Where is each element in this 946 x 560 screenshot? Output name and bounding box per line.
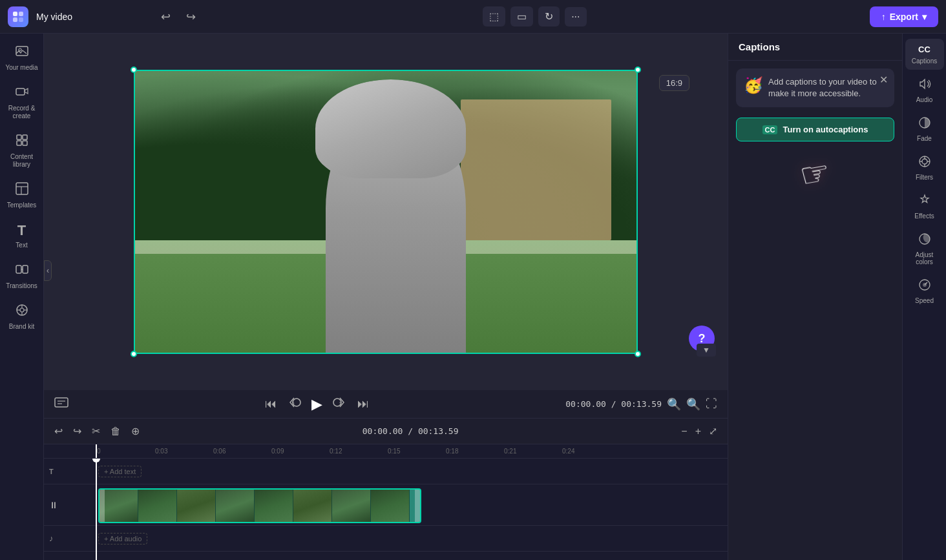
text-track-content: + Add text [96,459,728,484]
skip-forward-button[interactable]: ⏭ [357,397,369,411]
crop-icon: ⬚ [489,10,499,23]
center-area: ‹ [44,34,728,560]
sidebar-item-record-create[interactable]: Record &create [3,79,41,125]
audio-track-row: ♪ + Add audio [44,526,728,552]
right-sidebar-item-fade[interactable]: Fade [905,111,944,147]
sidebar-item-your-media[interactable]: Your media [3,39,41,77]
play-button[interactable]: ▶ [311,396,322,413]
svg-rect-22 [55,398,68,407]
more-options-button[interactable]: ··· [565,7,586,26]
sidebar-item-text[interactable]: T Text [3,217,41,254]
video-preview[interactable]: 16:9 [134,70,638,354]
corner-handle-bl[interactable] [131,351,137,357]
aspect-ratio-button[interactable]: ▭ [510,6,533,26]
timeline-undo-button[interactable]: ↩ [52,422,65,440]
timeline-redo-button[interactable]: ↪ [70,422,84,440]
clip-thumbnails [100,490,410,522]
timeline-ruler: 0 0:03 0:06 0:09 0:12 0:15 0:18 0:21 0:2… [44,444,728,459]
sidebar-item-brand-kit[interactable]: Brand kit [3,298,41,336]
fade-sidebar-label: Fade [917,135,932,142]
scene-person-hijab [315,79,466,178]
caption-overlay-button[interactable] [54,397,68,411]
video-track-content[interactable] [96,484,728,525]
rewind-5s-button[interactable]: 5 [287,395,301,413]
clip-thumb-8 [371,490,410,522]
add-audio-button[interactable]: + Add audio [98,533,147,544]
captions-tooltip-card: ✕ 🥳 Add captions to your video to make i… [736,68,894,107]
timeline-delete-button[interactable]: 🗑 [108,423,123,440]
ruler-mark-18: 0:18 [445,448,503,455]
ruler-marks: 0 0:03 0:06 0:09 0:12 0:15 0:18 0:21 0:2… [96,448,619,455]
timeline-cut-button[interactable]: ✂ [89,422,103,440]
cursor-hand-icon: ☞ [797,152,834,196]
right-sidebar-item-adjust-colors[interactable]: Adjustcolors [905,227,944,271]
top-bar-right: ↑ Export ▾ [870,6,938,27]
add-text-button[interactable]: + Add text [98,466,142,477]
export-button[interactable]: ↑ Export ▾ [870,6,938,27]
autocaptions-button[interactable]: CC Turn on autocaptions [736,118,894,141]
video-track-mute-button[interactable]: ⏸ [49,500,58,510]
svg-text:5: 5 [292,401,295,405]
fade-sidebar-icon [918,116,931,132]
ruler-mark-15: 0:15 [386,448,445,455]
ruler-mark-6: 0:06 [212,448,270,455]
timeline-zoom-in-button[interactable]: + [693,423,704,440]
svg-rect-9 [17,141,21,145]
skip-back-button[interactable]: ⏮ [265,397,277,411]
sidebar-item-transitions[interactable]: Transitions [3,257,41,295]
clip-thumb-1 [100,490,138,522]
tooltip-content: 🥳 Add captions to your video to make it … [744,76,887,99]
ruler-mark-0: 0 [96,448,154,455]
undo-button[interactable]: ↩ [157,7,174,26]
svg-point-5 [19,48,21,51]
chevron-down-icon: ▼ [702,346,710,355]
crop-button[interactable]: ⬚ [483,6,505,26]
export-label: Export [890,12,918,22]
right-sidebar-item-speed[interactable]: Speed [905,273,944,309]
right-sidebar-item-effects[interactable]: Effects [905,189,944,225]
sidebar-item-content-library[interactable]: Content library [3,128,41,174]
zoom-in-button[interactable]: 🔍 [686,397,700,411]
text-track-icon: T [49,468,54,475]
zoom-out-button[interactable]: 🔍 [667,397,681,411]
transitions-icon [15,262,29,280]
corner-handle-br[interactable] [635,351,641,357]
svg-rect-0 [13,12,17,16]
right-sidebar-item-audio[interactable]: Audio [905,72,944,109]
cursor-hand-area: ☞ [728,154,902,193]
tooltip-emoji: 🥳 [744,76,763,94]
autocaptions-icon: CC [762,125,778,134]
content-library-icon [15,133,29,150]
forward-5s-button[interactable]: 5 [333,395,347,413]
timeline-add-media-button[interactable]: ⊕ [129,422,142,440]
playback-left [54,397,68,411]
video-title-input[interactable] [36,12,149,22]
video-clip[interactable] [98,488,421,523]
redo-button[interactable]: ↪ [182,7,200,26]
brand-kit-icon [15,303,29,320]
corner-handle-tl[interactable] [131,67,137,73]
timeline-zoom-out-button[interactable]: − [678,423,689,440]
sidebar-label-content-library: Content library [5,153,39,169]
sidebar-item-templates[interactable]: Templates [3,176,41,214]
audio-track-label: ♪ [49,534,96,543]
clip-handle-right[interactable] [415,490,420,522]
fullscreen-button[interactable]: ⛶ [706,397,717,411]
templates-icon [15,181,29,199]
corner-handle-tr[interactable] [635,67,641,73]
expand-chevron[interactable]: ▼ [697,344,716,357]
clip-handle-left[interactable] [100,490,105,522]
right-sidebar-item-captions[interactable]: CC Captions [905,39,944,70]
effects-sidebar-label: Effects [914,213,934,220]
right-sidebar-item-filters[interactable]: Filters [905,150,944,186]
sidebar-label-your-media: Your media [5,64,37,72]
timeline-tracks[interactable]: T + Add text ⏸ [44,459,728,560]
captions-tooltip-close-button[interactable]: ✕ [879,74,888,86]
timeline-zoom-controls: − + ⤢ [678,422,720,440]
captions-panel-header: Captions [728,34,902,61]
ruler-label-spacer [44,444,96,458]
timeline-time-display: 00:00.00 / 00:13.59 [147,426,673,436]
rotate-button[interactable]: ↻ [538,6,560,26]
collapse-left-button[interactable]: ‹ [44,260,52,281]
timeline-fit-button[interactable]: ⤢ [706,422,720,440]
